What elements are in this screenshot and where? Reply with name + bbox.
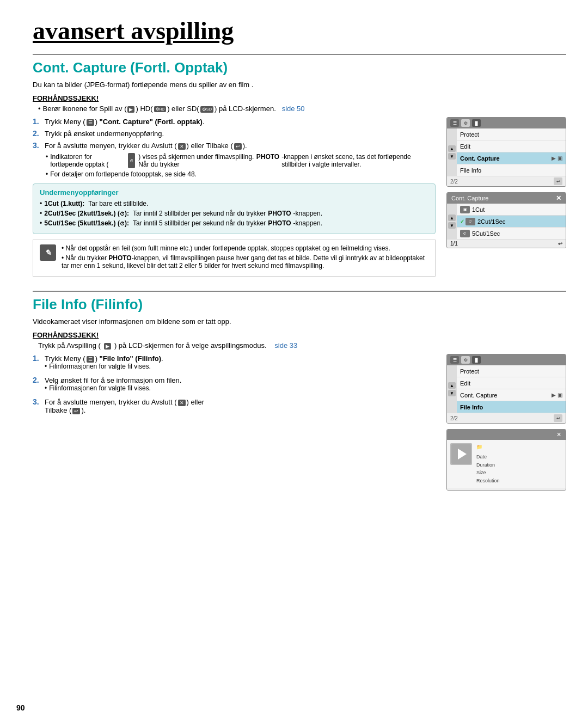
section2-step3: 3. For å avslutte menyen, trykker du Avs…	[33, 397, 436, 414]
panel1-fileinfo-label: File Info	[460, 167, 562, 174]
section2-prereq-bullet: Trykk på Avspilling (▶) på LCD-skjermen …	[38, 341, 566, 350]
panel2-back-nav-icon: ↩	[554, 414, 562, 422]
panel2-row-fileinfo[interactable]: File Info	[457, 401, 566, 413]
s2-step1-num: 1.	[33, 354, 41, 363]
panel1-row-fileinfo[interactable]: File Info	[457, 164, 566, 176]
panel1-row-contcapture[interactable]: Cont. Capture ▶ ▣	[457, 152, 566, 164]
menu-icon-1: ☰	[87, 119, 94, 126]
panel2-down-btn[interactable]: ▼	[448, 390, 456, 396]
file-thumbnail	[450, 443, 472, 465]
close-icon-1: ✕	[178, 143, 186, 150]
timer-icon-1: ⏱	[128, 153, 135, 168]
step3-num: 3.	[33, 141, 41, 150]
panel2-contcapture-icon: ▶ ▣	[552, 392, 562, 398]
panel1-settings-icon: ⚙	[461, 119, 470, 127]
section2-text: 1. Trykk Meny (☰) "File Info" (Filinfo).…	[33, 354, 436, 418]
page-number: 90	[16, 703, 25, 712]
panel1-up-btn[interactable]: ▲	[448, 145, 456, 152]
cc-submenu-title: Cont. Capture	[451, 195, 488, 201]
panel2-edit-label: Edit	[460, 380, 562, 387]
section2-prereq-heading: FORHÅNDSSJEKK!	[33, 331, 566, 339]
panel2-battery-icon: ▐▌	[472, 356, 481, 364]
s2-step1-content: Trykk Meny (☰) "File Info" (Filinfo). Fi…	[45, 354, 163, 372]
section1-prereq-bullet: • Berør ikonene for Spill av (▶) HD(⚙HD)…	[38, 105, 566, 113]
ui-menu-panel-2: ☰ ⚙ ▐▌ ▲ ▼ Protect Edit	[446, 354, 566, 424]
fivecut-icon: ⏱	[460, 230, 470, 237]
section2-content: 1. Trykk Meny (☰) "File Info" (Filinfo).…	[33, 354, 566, 491]
section2-step1: 1. Trykk Meny (☰) "File Info" (Filinfo).…	[33, 354, 436, 372]
panel2-row-edit[interactable]: Edit	[457, 377, 566, 389]
section1-step2: 2. Trykk på ønsket undermenyoppføring.	[33, 129, 436, 138]
section1-prereq-page: side 50	[282, 105, 305, 113]
hd-icon: ⚙HD	[154, 106, 167, 112]
cc-page-indicator: 1/1	[450, 241, 458, 247]
panel2-icon-row: ☰ ⚙ ▐▌	[450, 356, 481, 364]
note-box: ✎ • Når det oppstår en feil (som fullt m…	[33, 240, 436, 277]
panel1-edit-label: Edit	[460, 143, 562, 150]
section2-ui: ☰ ⚙ ▐▌ ▲ ▼ Protect Edit	[446, 354, 566, 491]
panel2-nav: 2/2 ↩	[447, 413, 566, 423]
file-size-row: Size	[476, 469, 511, 476]
cont-capture-submenu: Cont. Capture ✕ ▲ ▼ ▣ 1Cut ✓ ⏱ 2Cut/1	[446, 192, 566, 248]
cc-submenu-close[interactable]: ✕	[556, 194, 561, 202]
panel2-protect-label: Protect	[460, 368, 562, 375]
panel2-contcapture-label: Cont. Capture	[460, 392, 552, 399]
file-date-row: Date	[476, 453, 511, 461]
panel1-back-nav-icon: ↩	[554, 177, 562, 185]
cc-down-btn[interactable]: ▼	[448, 222, 456, 229]
panel2-fileinfo-label: File Info	[460, 404, 562, 410]
folder-icon: 📁	[476, 443, 482, 451]
s2-step2-content: Velg ønsket fil for å se informasjon om …	[45, 376, 181, 394]
s2-step3-text: For å avslutte menyen, trykker du Avslut…	[45, 398, 204, 414]
file-info-panel: ✕ 📁 Date	[446, 429, 566, 491]
ui-panel2-header: ☰ ⚙ ▐▌	[447, 354, 566, 365]
section2-title: File Info (Filinfo)	[33, 296, 566, 313]
close-icon-2: ✕	[178, 400, 186, 406]
cc-row-2cut[interactable]: ✓ ⏱ 2Cut/1Sec	[457, 216, 566, 228]
folder-row: 📁	[476, 443, 511, 451]
panel1-down-btn[interactable]: ▼	[448, 153, 456, 160]
panel2-up-btn[interactable]: ▲	[448, 382, 456, 389]
panel2-row-contcapture[interactable]: Cont. Capture ▶ ▣	[457, 389, 566, 401]
playback-icon: ▶	[104, 343, 111, 350]
fivecut-label: 5Cut/1Sec	[472, 230, 500, 237]
ui-menu-panel-1: ☰ ⚙ ▐▌ ▲ ▼ Protect Edit	[446, 117, 566, 187]
panel1-nav: 2/2 ↩	[447, 176, 566, 186]
submenu-item-1: 1Cut (1.kutt): Tar bare ett stillbilde.	[40, 200, 428, 207]
step3-text: For å avslutte menyen, trykker du Avslut…	[45, 142, 247, 150]
twocut-icon: ⏱	[465, 218, 475, 225]
cc-submenu-header: Cont. Capture ✕	[447, 193, 566, 204]
s2-step1-sub1: Filinformasjonen for valgte fil vises.	[45, 363, 163, 370]
file-details: 📁 Date Duration Size	[476, 443, 511, 485]
cc-nav-bar: 1/1 ↩	[447, 240, 566, 248]
panel2-page-indicator: 2/2	[450, 415, 458, 421]
panel1-icon-row: ☰ ⚙ ▐▌	[450, 119, 481, 127]
panel1-row-protect[interactable]: Protect	[457, 128, 566, 140]
panel2-settings-icon: ⚙	[461, 356, 470, 364]
file-resolution-row: Resolution	[476, 477, 511, 485]
note-content: • Når det oppstår en feil (som fullt min…	[62, 244, 428, 272]
panel1-menu-icon: ☰	[450, 119, 459, 127]
section2-intro: Videokameraet viser informasjonen om bil…	[33, 317, 566, 326]
cc-row-5cut[interactable]: ⏱ 5Cut/1Sec	[457, 228, 566, 240]
step2-text: Trykk på ønsket undermenyoppføring.	[45, 130, 164, 138]
submenu-item-3: 5Cut/1Sec (5kutt/1sek.) (⏱): Tar inntil …	[40, 219, 428, 227]
panel2-row-protect[interactable]: Protect	[457, 365, 566, 377]
date-key: Date	[476, 453, 509, 461]
panel1-contcapture-label: Cont. Capture	[460, 155, 552, 162]
section1-text: 1. Trykk Meny (☰) "Cont. Capture" (Fortl…	[33, 117, 436, 282]
play-icon: ▶	[127, 106, 134, 113]
note1: • Når det oppstår en feil (som fullt min…	[62, 244, 428, 252]
duration-key: Duration	[476, 461, 509, 469]
panel1-row-edit[interactable]: Edit	[457, 140, 566, 152]
size-key: Size	[476, 469, 509, 476]
section2-prereq-page: side 33	[274, 341, 297, 350]
note-icon: ✎	[40, 244, 56, 261]
cc-row-1cut[interactable]: ▣ 1Cut	[457, 204, 566, 216]
s2-step2-sub1: Filinformasjonen for valgte fil vises.	[45, 384, 181, 392]
file-info-close[interactable]: ✕	[556, 431, 561, 438]
cc-up-btn[interactable]: ▲	[448, 215, 456, 221]
section1-content: 1. Trykk Meny (☰) "Cont. Capture" (Fortl…	[33, 117, 566, 282]
note2: • Når du trykker PHOTO-knappen, vil film…	[62, 254, 428, 269]
panel2-menu-icon: ☰	[450, 356, 459, 364]
